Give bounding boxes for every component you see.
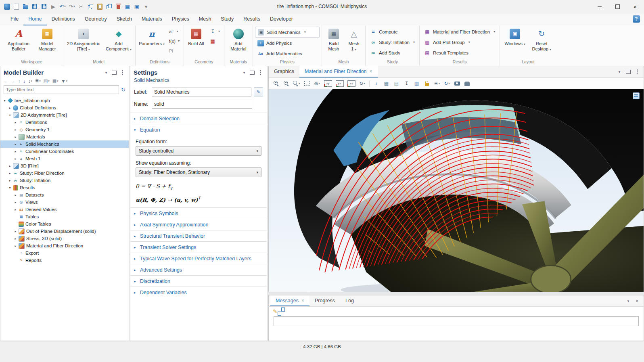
panel-menu-icon[interactable] [634, 69, 640, 75]
add-plot-group-button[interactable]: Add Plot Group [422, 37, 498, 47]
chevron-collapsed-icon[interactable] [13, 208, 18, 211]
reset-view-icon[interactable]: ↻ [359, 80, 366, 87]
scene-light-icon[interactable]: ☀ [434, 80, 440, 87]
model-manager-button[interactable]: Model Manager [35, 27, 60, 53]
view-yz-icon[interactable]: yz [336, 80, 344, 87]
tab-developer[interactable]: Developer [265, 13, 298, 25]
save-icon[interactable] [31, 3, 38, 10]
tree-item[interactable]: Results [0, 184, 129, 191]
section-physics-symbols[interactable]: Physics Symbols [130, 207, 267, 219]
graphics-canvas[interactable] [268, 89, 644, 292]
tab-sketch[interactable]: Sketch [112, 13, 137, 25]
sound-icon[interactable]: ♪ [373, 80, 380, 87]
tree-item[interactable]: Out-of-Plane Displacement (solid) [0, 228, 129, 235]
chevron-down-icon[interactable] [241, 69, 247, 76]
tab-materials[interactable]: Materials [137, 13, 167, 25]
refresh-icon[interactable]: ↻ [121, 87, 125, 93]
float-panel-icon[interactable] [249, 69, 255, 76]
tree-item[interactable]: Study: Fiber Direction [0, 169, 129, 177]
chevron-collapsed-icon[interactable] [8, 164, 12, 168]
panel-menu-icon[interactable] [119, 69, 125, 76]
chevron-collapsed-icon[interactable] [13, 135, 18, 139]
cut-icon[interactable]: ✂ [77, 3, 85, 10]
close-tab-icon[interactable] [301, 298, 304, 303]
undo-icon[interactable]: ↶ [59, 3, 66, 10]
view-xy-icon[interactable]: xy [324, 80, 332, 87]
tree-item[interactable]: Global Definitions [0, 104, 129, 111]
tab-definitions[interactable]: Definitions [47, 13, 80, 25]
tab-log[interactable]: Log [340, 295, 359, 306]
float-panel-icon[interactable] [625, 69, 631, 75]
plot-window-settings-icon[interactable] [633, 92, 640, 99]
forward-icon[interactable]: → [11, 79, 15, 84]
tree-filter-input[interactable] [4, 85, 119, 94]
collapse-expand-icon[interactable]: ▤ [44, 78, 50, 84]
panel-menu-icon[interactable] [257, 69, 263, 76]
build-mesh-button[interactable]: Build Mesh [324, 27, 343, 53]
tree-item[interactable]: Export [0, 249, 129, 257]
add-study-button[interactable]: Add Study [368, 48, 417, 58]
paste-icon[interactable] [96, 3, 103, 10]
chevron-collapsed-icon[interactable] [13, 128, 18, 132]
section-axial-symmetry[interactable]: Axial Symmetry Approximation [130, 219, 267, 230]
tab-study[interactable]: Study [216, 13, 238, 25]
tree-item[interactable]: Material and Fiber Direction [0, 242, 129, 249]
tab-physics[interactable]: Physics [167, 13, 194, 25]
tree-item[interactable]: Reports [0, 257, 129, 264]
back-icon[interactable]: ← [4, 79, 8, 84]
chevron-expanded-icon[interactable] [2, 99, 7, 103]
move-up-icon[interactable]: ↑ [18, 79, 21, 84]
filter-icon[interactable]: ▼ [61, 79, 67, 84]
compute-icon[interactable]: ▣ [133, 3, 140, 10]
table-icon[interactable]: ▤ [393, 80, 400, 87]
add-mathematics-button[interactable]: Add Mathematics [255, 48, 320, 59]
view-orientation-icon[interactable]: ⊕ [314, 80, 320, 87]
section-discretization[interactable]: Discretization [130, 275, 267, 287]
help-button[interactable]: ? [633, 15, 640, 23]
save-as-icon[interactable] [40, 3, 48, 10]
tree-item[interactable]: 3D [Rim] [0, 162, 129, 169]
chevron-collapsed-icon[interactable] [13, 193, 18, 197]
tree-item[interactable]: 2D Axisymmetric [Tire] [0, 111, 129, 119]
plot-settings-icon[interactable]: ▦ [383, 80, 390, 87]
tree-item-selected[interactable]: Solid Mechanics [0, 140, 129, 148]
equation-form-select[interactable]: Study controlled [136, 146, 261, 156]
section-wave-speed[interactable]: Typical Wave Speed for Perfectly Matched… [130, 253, 267, 264]
maximize-button[interactable] [608, 0, 626, 13]
tab-results[interactable]: Results [238, 13, 265, 25]
tree-item[interactable]: Datasets [0, 191, 129, 199]
minimize-button[interactable] [591, 0, 608, 13]
model-tree-nodes-icon[interactable]: ▦ [52, 78, 59, 84]
chevron-collapsed-icon[interactable] [13, 157, 18, 161]
variables-button[interactable]: a= [167, 27, 182, 36]
close-button[interactable] [626, 0, 644, 13]
sort-icon[interactable]: ↕ [28, 79, 32, 84]
material-fiber-direction-button[interactable]: Material and Fiber Direction [422, 27, 498, 37]
tab-graphics[interactable]: Graphics [269, 66, 299, 77]
add-material-button[interactable]: Add Material [226, 27, 251, 53]
section-structural-transient[interactable]: Structural Transient Behavior [130, 230, 267, 241]
functions-button[interactable]: f(x) [167, 36, 182, 46]
tree-item[interactable]: tire_inflation.mph [0, 97, 129, 104]
tab-progress[interactable]: Progress [309, 295, 340, 306]
tree-item[interactable]: Geometry 1 [0, 126, 129, 133]
copy-icon[interactable] [87, 3, 94, 10]
clear-messages-icon[interactable]: ✎ [273, 308, 277, 314]
messages-input[interactable] [274, 316, 639, 326]
update-plot-icon[interactable]: ↻ [444, 80, 450, 87]
delete-icon[interactable] [115, 3, 122, 10]
label-input[interactable] [152, 88, 251, 96]
chevron-collapsed-icon[interactable] [13, 201, 18, 204]
chevron-collapsed-icon[interactable] [8, 106, 12, 110]
tree-item[interactable]: Curvilinear Coordinates [0, 148, 129, 155]
print-icon[interactable] [464, 80, 470, 87]
tab-material-fiber-direction[interactable]: Material and Fiber Direction [299, 66, 378, 77]
chevron-down-icon[interactable] [625, 298, 631, 304]
section-domain-selection[interactable]: Domain Selection [130, 113, 267, 124]
chevron-collapsed-icon[interactable] [13, 244, 18, 248]
study-inflation-button[interactable]: Study: Inflation [368, 37, 417, 47]
zoom-extents-icon[interactable] [304, 80, 310, 87]
section-advanced[interactable]: Advanced Settings [130, 264, 267, 275]
tree-item[interactable]: Tables [0, 213, 129, 220]
chevron-collapsed-icon[interactable] [8, 179, 12, 182]
